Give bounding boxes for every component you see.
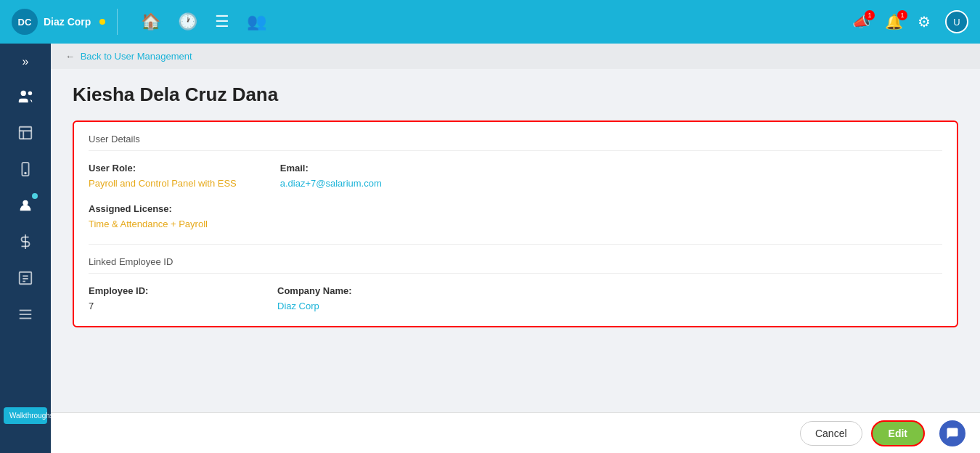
sidebar: » Walkthroughs bbox=[0, 44, 51, 453]
user-details-title: User Details bbox=[89, 134, 942, 151]
clock-icon[interactable]: 🕐 bbox=[178, 12, 197, 31]
sidebar-item-menu[interactable] bbox=[7, 298, 44, 331]
sidebar-item-dot bbox=[32, 193, 38, 199]
employee-id-value: 7 bbox=[89, 301, 234, 311]
walkthroughs-button[interactable]: Walkthroughs bbox=[4, 407, 47, 424]
linked-employee-section: Linked Employee ID Employee ID: 7 Compan… bbox=[74, 245, 957, 326]
page-content: Kiesha Dela Cruz Dana User Details User … bbox=[51, 69, 980, 412]
sidebar-item-building[interactable] bbox=[7, 116, 44, 150]
sidebar-item-reports[interactable] bbox=[7, 261, 44, 295]
brand-avatar: DC bbox=[12, 9, 38, 35]
sidebar-item-payroll[interactable] bbox=[7, 225, 44, 258]
content-area: ← Back to User Management Kiesha Dela Cr… bbox=[51, 44, 980, 412]
user-details-section: User Details User Role: Payroll and Cont… bbox=[74, 122, 957, 244]
svg-rect-2 bbox=[20, 127, 32, 139]
user-avatar[interactable]: U bbox=[945, 10, 968, 33]
announcements-badge: 1 bbox=[865, 10, 875, 20]
user-role-label: User Role: bbox=[89, 163, 237, 174]
user-details-fields: User Role: Payroll and Control Panel wit… bbox=[89, 163, 942, 189]
email-group: Email: a.diaz+7@salarium.com bbox=[280, 163, 425, 189]
nav-icons: 🏠 🕐 ☰ 👥 bbox=[126, 12, 844, 31]
user-role-value: Payroll and Control Panel with ESS bbox=[89, 178, 237, 189]
assigned-license-value: Time & Attendance + Payroll bbox=[89, 219, 234, 229]
brand-status-dot bbox=[99, 19, 105, 25]
linked-employee-title: Linked Employee ID bbox=[89, 256, 942, 274]
email-value: a.diaz+7@salarium.com bbox=[280, 178, 425, 189]
back-to-user-management-link[interactable]: Back to User Management bbox=[81, 51, 192, 62]
assigned-license-group: Assigned License: Time & Attendance + Pa… bbox=[89, 203, 234, 229]
notifications-icon[interactable]: 🔔 1 bbox=[885, 13, 903, 30]
svg-point-4 bbox=[25, 173, 26, 174]
home-icon[interactable]: 🏠 bbox=[141, 12, 160, 31]
brand[interactable]: DC Diaz Corp bbox=[12, 9, 118, 35]
users-icon[interactable]: 👥 bbox=[247, 12, 266, 31]
brand-name: Diaz Corp bbox=[44, 16, 91, 28]
notifications-badge: 1 bbox=[897, 10, 907, 20]
cancel-button[interactable]: Cancel bbox=[800, 421, 862, 446]
announcements-icon[interactable]: 📣 1 bbox=[852, 13, 870, 30]
user-detail-card: User Details User Role: Payroll and Cont… bbox=[73, 121, 958, 327]
breadcrumb-arrow: ← bbox=[65, 51, 75, 62]
license-fields: Assigned License: Time & Attendance + Pa… bbox=[89, 203, 942, 229]
settings-icon[interactable]: ⚙ bbox=[918, 13, 931, 30]
svg-point-0 bbox=[21, 91, 26, 96]
svg-point-1 bbox=[28, 91, 32, 96]
top-navigation: DC Diaz Corp 🏠 🕐 ☰ 👥 📣 1 🔔 1 ⚙ U bbox=[0, 0, 980, 44]
user-role-group: User Role: Payroll and Control Panel wit… bbox=[89, 163, 237, 189]
employee-id-group: Employee ID: 7 bbox=[89, 285, 234, 311]
company-name-group: Company Name: Diaz Corp bbox=[277, 285, 422, 311]
linked-employee-fields: Employee ID: 7 Company Name: Diaz Corp bbox=[89, 285, 942, 311]
page-title: Kiesha Dela Cruz Dana bbox=[73, 83, 958, 106]
sidebar-toggle[interactable]: » bbox=[18, 51, 33, 73]
assigned-license-label: Assigned License: bbox=[89, 203, 234, 214]
company-name-value: Diaz Corp bbox=[277, 301, 422, 311]
edit-button[interactable]: Edit bbox=[871, 420, 925, 446]
list-icon[interactable]: ☰ bbox=[215, 12, 229, 31]
email-label: Email: bbox=[280, 163, 425, 174]
breadcrumb: ← Back to User Management bbox=[51, 44, 980, 69]
sidebar-item-team[interactable] bbox=[7, 189, 44, 222]
sidebar-item-device[interactable] bbox=[7, 152, 44, 186]
nav-right-icons: 📣 1 🔔 1 ⚙ U bbox=[852, 10, 968, 33]
sidebar-item-users[interactable] bbox=[7, 80, 44, 113]
svg-point-5 bbox=[23, 200, 28, 205]
footer-bar: Cancel Edit bbox=[51, 412, 980, 453]
employee-id-label: Employee ID: bbox=[89, 285, 234, 296]
chat-button[interactable] bbox=[939, 420, 965, 446]
company-name-label: Company Name: bbox=[277, 285, 422, 296]
